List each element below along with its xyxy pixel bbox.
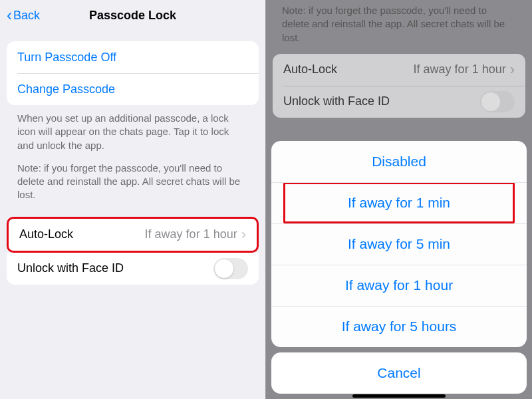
option-label: If away for 1 hour — [345, 277, 453, 293]
faceid-section: Unlock with Face ID — [7, 253, 259, 285]
faceid-label: Unlock with Face ID — [17, 261, 124, 275]
autolock-option-5min[interactable]: If away for 5 min — [271, 223, 527, 265]
home-indicator — [352, 394, 446, 398]
option-label: If away for 1 min — [348, 195, 450, 211]
underlay-faceid-toggle — [480, 91, 515, 112]
underlay-autolock-row: Auto-Lock If away for 1 hour › — [273, 54, 525, 86]
autolock-row[interactable]: Auto-Lock If away for 1 hour › — [9, 219, 257, 251]
settings-screen-passcode-lock: ‹ Back Passcode Lock Turn Passcode Off C… — [0, 0, 266, 399]
back-label: Back — [13, 9, 40, 23]
chevron-right-icon: › — [510, 63, 515, 77]
turn-passcode-off-label: Turn Passcode Off — [17, 51, 116, 65]
autolock-row-highlighted: Auto-Lock If away for 1 hour › — [7, 217, 259, 253]
passcode-actions-section: Turn Passcode Off Change Passcode — [7, 41, 259, 105]
footer-paragraph-2: Note: if you forget the passcode, you'll… — [17, 162, 248, 202]
underlay-autolock-label: Auto-Lock — [283, 63, 337, 76]
dimmed-background: Note: if you forget the passcode, you'll… — [266, 0, 532, 399]
footer-paragraph-1: When you set up an additional passcode, … — [17, 112, 248, 152]
autolock-option-1hour[interactable]: If away for 1 hour — [271, 265, 527, 306]
nav-bar: ‹ Back Passcode Lock — [0, 0, 265, 31]
underlay-note: Note: if you forget the passcode, you'll… — [273, 0, 525, 54]
autolock-label: Auto-Lock — [19, 227, 73, 241]
autolock-option-1min-highlighted[interactable]: If away for 1 min — [271, 182, 527, 223]
change-passcode-row[interactable]: Change Passcode — [7, 73, 259, 105]
toggle-knob — [481, 92, 500, 111]
chevron-right-icon: › — [241, 227, 246, 242]
autolock-option-5hours[interactable]: If away for 5 hours — [271, 306, 527, 347]
change-passcode-label: Change Passcode — [17, 82, 115, 96]
turn-passcode-off-row[interactable]: Turn Passcode Off — [7, 41, 259, 73]
autolock-picker-screen: Note: if you forget the passcode, you'll… — [266, 0, 532, 399]
action-sheet-cancel[interactable]: Cancel — [271, 352, 527, 394]
action-sheet-options: Disabled If away for 1 min If away for 5… — [271, 141, 527, 347]
chevron-left-icon: ‹ — [7, 7, 12, 23]
option-label: Disabled — [372, 154, 426, 170]
faceid-toggle[interactable] — [213, 258, 248, 279]
autolock-action-sheet: Disabled If away for 1 min If away for 5… — [271, 141, 527, 394]
underlay-faceid-row: Unlock with Face ID — [273, 86, 525, 118]
underlay-content: Note: if you forget the passcode, you'll… — [266, 0, 532, 118]
underlay-faceid-label: Unlock with Face ID — [283, 94, 390, 108]
option-label: If away for 5 min — [348, 236, 450, 252]
unlock-with-faceid-row[interactable]: Unlock with Face ID — [7, 253, 259, 285]
back-button[interactable]: ‹ Back — [7, 7, 40, 23]
option-label: If away for 5 hours — [342, 319, 457, 334]
autolock-value: If away for 1 hour — [145, 227, 237, 241]
passcode-footer-text: When you set up an additional passcode, … — [0, 105, 265, 202]
toggle-knob — [215, 259, 233, 278]
autolock-option-disabled[interactable]: Disabled — [271, 141, 527, 182]
underlay-autolock-value: If away for 1 hour — [414, 63, 506, 76]
underlay-section: Auto-Lock If away for 1 hour › Unlock wi… — [273, 54, 525, 118]
cancel-label: Cancel — [377, 365, 420, 381]
